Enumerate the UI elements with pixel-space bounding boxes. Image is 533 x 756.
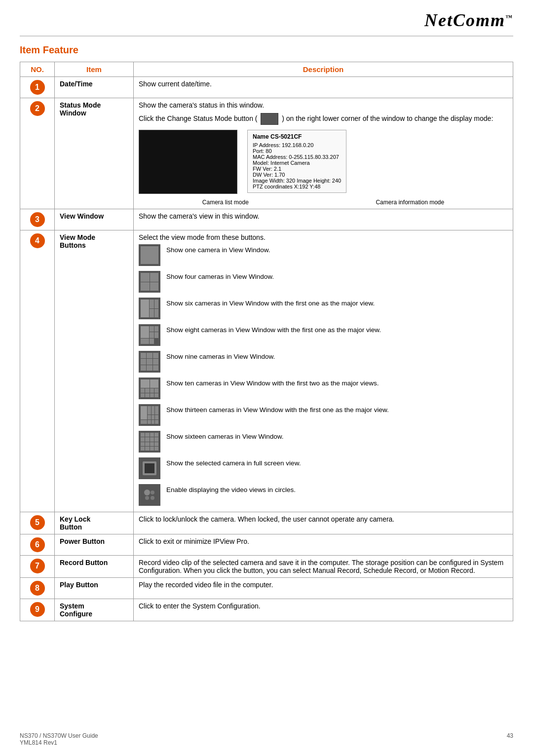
view-desc-thirteen: Show thirteen cameras in View Window wit… <box>166 404 389 414</box>
table-row: 1 Date/Time Show current date/time. <box>20 77 513 98</box>
row-item-8: Play Button <box>55 578 134 599</box>
view-desc-single: Show one camera in View Window. <box>166 244 270 254</box>
row-desc-8: Play the recorded video file in the comp… <box>134 578 513 599</box>
view-mode-eight: Show eight cameras in View Window with t… <box>139 324 508 346</box>
svg-rect-1 <box>145 463 154 473</box>
section-title: Item Feature <box>20 44 513 56</box>
view-mode-quad: Show four cameras in View Window. <box>139 271 508 293</box>
camera-info-box: Name CS-5021CF IP Address: 192.168.0.20 … <box>247 130 346 193</box>
table-row: 6 Power Button Click to exit or minimize… <box>20 534 513 556</box>
row-no-4: 4 <box>20 230 55 512</box>
table-row: 9 SystemConfigure Click to enter the Sys… <box>20 599 513 621</box>
row-item-3: View Window <box>55 209 134 230</box>
page-footer: NS370 / NS370W User Guide YML814 Rev1 43 <box>20 732 513 746</box>
row-item-6: Power Button <box>55 534 134 556</box>
view-desc-circle: Enable displaying the video views in cir… <box>166 484 296 493</box>
row-item-9: SystemConfigure <box>55 599 134 621</box>
badge-2: 2 <box>30 101 45 116</box>
view-mode-single: Show one camera in View Window. <box>139 244 508 266</box>
view-desc-nine: Show nine cameras in View Window. <box>166 351 275 360</box>
view-desc-sixteen: Show sixteen cameras in View Window. <box>166 431 284 440</box>
svg-point-4 <box>151 491 154 494</box>
badge-5: 5 <box>30 515 45 530</box>
view-mode-six: Show six cameras in View Window with the… <box>139 298 508 319</box>
row-desc-5: Click to lock/unlock the camera. When lo… <box>134 512 513 534</box>
row-no-1: 1 <box>20 77 55 98</box>
feature-table: NO. Item Description 1 Date/Time Show cu… <box>20 62 513 621</box>
view-icon-nine <box>139 351 160 373</box>
badge-7: 7 <box>30 559 45 573</box>
status-mode-btn-icon <box>261 113 278 125</box>
page-header: NetComm™ <box>20 10 513 37</box>
view-icon-thirteen <box>139 404 160 426</box>
row-item-4: View ModeButtons <box>55 230 134 512</box>
row-desc-9: Click to enter the System Configuration. <box>134 599 513 621</box>
table-row: 4 View ModeButtons Select the view mode … <box>20 230 513 512</box>
row-item-1: Date/Time <box>55 77 134 98</box>
view-mode-ten: Show ten cameras in View Window with the… <box>139 378 508 399</box>
row-no-9: 9 <box>20 599 55 621</box>
svg-point-5 <box>145 496 149 500</box>
view-desc-eight: Show eight cameras in View Window with t… <box>166 324 381 334</box>
view-mode-sixteen: Show sixteen cameras in View Window. <box>139 431 508 453</box>
svg-point-3 <box>144 490 150 495</box>
view-mode-nine: Show nine cameras in View Window. <box>139 351 508 373</box>
row-desc-6: Click to exit or minimize IPView Pro. <box>134 534 513 556</box>
col-header-no: NO. <box>20 62 55 77</box>
row-no-6: 6 <box>20 534 55 556</box>
row-no-8: 8 <box>20 578 55 599</box>
view-mode-fullscreen: Show the selected camera in full screen … <box>139 457 508 479</box>
footer-left: NS370 / NS370W User Guide YML814 Rev1 <box>20 732 98 746</box>
view-icon-single <box>139 244 160 266</box>
view-icon-sixteen <box>139 431 160 453</box>
view-desc-fullscreen: Show the selected camera in full screen … <box>166 457 301 467</box>
svg-point-6 <box>151 496 154 500</box>
camera-info-area: Name CS-5021CF IP Address: 192.168.0.20 … <box>139 130 508 194</box>
row-no-7: 7 <box>20 556 55 578</box>
row-no-5: 5 <box>20 512 55 534</box>
view-icon-fullscreen <box>139 457 160 479</box>
view-icon-circle <box>139 484 160 506</box>
view-icon-eight <box>139 324 160 346</box>
badge-6: 6 <box>30 537 45 552</box>
row-no-2: 2 <box>20 98 55 209</box>
col-header-description: Description <box>134 62 513 77</box>
table-row: 5 Key LockButton Click to lock/unlock th… <box>20 512 513 534</box>
view-icon-six <box>139 298 160 319</box>
badge-9: 9 <box>30 602 45 617</box>
badge-1: 1 <box>30 80 45 95</box>
row-item-2: Status ModeWindow <box>55 98 134 209</box>
row-no-3: 3 <box>20 209 55 230</box>
table-row: 8 Play Button Play the recorded video fi… <box>20 578 513 599</box>
table-row: 2 Status ModeWindow Show the camera's st… <box>20 98 513 209</box>
badge-8: 8 <box>30 581 45 596</box>
row-desc-7: Record video clip of the selected camera… <box>134 556 513 578</box>
table-row: 7 Record Button Record video clip of the… <box>20 556 513 578</box>
view-icon-quad <box>139 271 160 293</box>
row-desc-4: Select the view mode from these buttons.… <box>134 230 513 512</box>
view-mode-thirteen: Show thirteen cameras in View Window wit… <box>139 404 508 426</box>
view-desc-ten: Show ten cameras in View Window with the… <box>166 378 379 387</box>
badge-3: 3 <box>30 212 45 227</box>
view-desc-quad: Show four cameras in View Window. <box>166 271 274 280</box>
row-desc-1: Show current date/time. <box>134 77 513 98</box>
row-desc-3: Show the camera's view in this window. <box>134 209 513 230</box>
row-item-5: Key LockButton <box>55 512 134 534</box>
netcomm-logo: NetComm™ <box>424 10 513 31</box>
row-item-7: Record Button <box>55 556 134 578</box>
col-header-item: Item <box>55 62 134 77</box>
table-header-row: NO. Item Description <box>20 62 513 77</box>
table-row: 3 View Window Show the camera's view in … <box>20 209 513 230</box>
row-desc-2: Show the camera's status in this window.… <box>134 98 513 209</box>
camera-list-thumb <box>139 130 237 194</box>
view-desc-six: Show six cameras in View Window with the… <box>166 298 375 307</box>
svg-rect-2 <box>142 488 157 502</box>
badge-4: 4 <box>30 233 45 248</box>
view-mode-circle: Enable displaying the video views in cir… <box>139 484 508 506</box>
footer-page-number: 43 <box>507 732 513 746</box>
view-icon-ten <box>139 378 160 399</box>
